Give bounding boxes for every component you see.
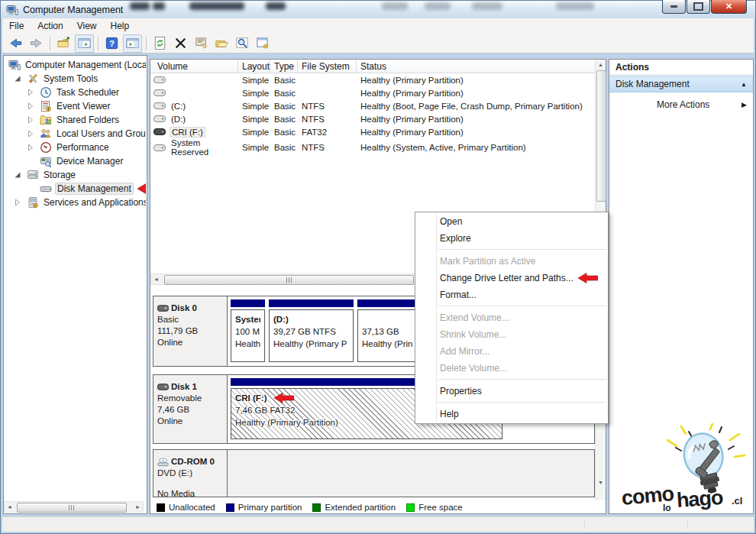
tree-item-task-scheduler[interactable]: Task Scheduler: [4, 86, 146, 99]
tree-expander-icon[interactable]: [27, 89, 40, 96]
menu-file[interactable]: File: [2, 18, 31, 34]
tree-expander-icon[interactable]: [27, 102, 40, 110]
menu-help[interactable]: Help: [104, 18, 137, 34]
drive-icon: [153, 115, 166, 122]
volume-row[interactable]: (D:)SimpleBasicNTFSHealthy (Primary Part…: [150, 112, 606, 125]
scroll-down-icon[interactable]: ▼: [596, 477, 606, 487]
volume-row[interactable]: SimpleBasicHealthy (Primary Partition)1,: [150, 86, 606, 99]
more-actions-item[interactable]: More Actions ▶: [609, 97, 753, 112]
partition-syster[interactable]: Syster100 MHealth: [231, 309, 265, 362]
system-tools-icon: [27, 73, 40, 85]
find-button[interactable]: [233, 34, 252, 53]
context-menu-item-open[interactable]: Open: [415, 213, 608, 230]
tree-expander-icon[interactable]: [27, 144, 40, 151]
scroll-up-icon[interactable]: ▲: [596, 60, 606, 70]
scrollbar-thumb[interactable]: [17, 503, 127, 513]
layout-cell: Simple: [238, 128, 270, 137]
tree-item-device-manager[interactable]: Device Manager: [4, 154, 146, 168]
context-menu-item-label: Explore: [440, 230, 471, 247]
properties-button[interactable]: [192, 34, 211, 53]
tree-item-storage[interactable]: Storage: [4, 168, 146, 182]
volume-cell: System Reserved: [150, 138, 238, 157]
partition-name-text: Syster: [235, 313, 260, 325]
scroll-right-icon[interactable]: ►: [133, 502, 143, 512]
tree-expander-icon[interactable]: [27, 130, 40, 138]
delete-button[interactable]: [171, 34, 190, 53]
console-tree-toggle-button[interactable]: [75, 34, 94, 53]
menu-view[interactable]: View: [70, 18, 104, 34]
tree-item-local-users-and-groups[interactable]: Local Users and Groups: [4, 127, 146, 141]
volume-row[interactable]: System ReservedSimpleBasicNTFSHealthy (S…: [150, 138, 606, 151]
thumb-grip-icon: [69, 505, 75, 510]
tree-item-performance[interactable]: Performance: [4, 141, 146, 154]
context-menu-item-change-drive-letter-and-paths[interactable]: Change Drive Letter and Paths...: [415, 270, 608, 286]
volume-row[interactable]: (C:)SimpleBasicNTFSHealthy (Boot, Page F…: [150, 99, 606, 112]
export-list-button[interactable]: [54, 34, 73, 53]
context-menu-item-properties[interactable]: Properties: [415, 383, 608, 400]
collapse-caret-icon[interactable]: ▲: [741, 81, 747, 88]
forward-button[interactable]: [27, 34, 46, 53]
disk-label[interactable]: CD-ROM 0DVD (E:)No Media: [153, 450, 228, 497]
tree-item-event-viewer[interactable]: Event Viewer: [4, 99, 146, 113]
tree-expander-icon[interactable]: [14, 75, 27, 83]
open-folder-button[interactable]: [212, 34, 231, 53]
partition-area: [228, 450, 594, 497]
column-header-status[interactable]: Status: [357, 60, 596, 73]
layout-cell: Simple: [238, 115, 270, 124]
file-system-cell: NTFS: [298, 143, 357, 152]
action-pane-toggle-button[interactable]: [123, 34, 142, 53]
volume-row[interactable]: SimpleBasicHealthy (Primary Partition)37: [150, 73, 606, 86]
volume-row[interactable]: CRI (F:)SimpleBasicFAT32Healthy (Primary…: [150, 125, 606, 138]
disk-label[interactable]: Disk 0Basic111,79 GBOnline: [153, 296, 228, 366]
toolbar-divider: [50, 37, 50, 50]
console-tree: Computer Management (LocalSystem ToolsTa…: [4, 58, 146, 209]
tree-item-system-tools[interactable]: System Tools: [4, 72, 146, 86]
scrollbar-thumb[interactable]: [596, 70, 606, 202]
context-menu-item-label: Shrink Volume...: [440, 326, 506, 343]
disk-label[interactable]: Disk 1Removable7,46 GBOnline: [153, 375, 228, 443]
actions-panel-title: Actions: [609, 60, 753, 75]
column-header-type[interactable]: Type: [270, 60, 298, 73]
disk-name-text: CD-ROM 0: [171, 456, 215, 468]
column-header-volume[interactable]: Volume: [150, 60, 238, 73]
tree-horizontal-scrollbar[interactable]: ◄ ►: [4, 501, 144, 513]
scrollbar-thumb[interactable]: [164, 275, 414, 285]
tree-expander-icon[interactable]: [14, 171, 27, 179]
drive-icon: [153, 102, 166, 109]
tree-expander-icon[interactable]: [14, 199, 27, 206]
column-header-file-system[interactable]: File System: [298, 60, 357, 73]
context-menu-item-format[interactable]: Format...: [415, 286, 608, 303]
back-button[interactable]: [6, 34, 25, 53]
tree-item-services-and-applications[interactable]: Services and Applications: [4, 196, 146, 209]
red-arrow-icon: [137, 183, 146, 194]
new-taskpad-button[interactable]: [254, 34, 273, 53]
tree-item-computer-management-local[interactable]: Computer Management (Local: [4, 58, 146, 72]
context-menu-item-explore[interactable]: Explore: [415, 230, 608, 247]
censored-text: [425, 2, 451, 10]
minimize-button[interactable]: [662, 0, 686, 14]
column-header-layout[interactable]: Layout: [238, 60, 270, 73]
event-viewer-icon: [40, 100, 53, 112]
volume-cell: (D:): [150, 115, 238, 124]
scroll-left-icon[interactable]: ◄: [151, 274, 161, 284]
tree-expander-icon[interactable]: [27, 116, 40, 124]
legend-color-chip: [406, 503, 415, 512]
context-menu-item-delete-volume: Delete Volume...: [415, 360, 608, 377]
tree-item-shared-folders[interactable]: Shared Folders: [4, 113, 146, 127]
partition-d[interactable]: (D:)39,27 GB NTFSHealthy (Primary P: [269, 309, 354, 362]
refresh-button[interactable]: [150, 34, 170, 53]
window-controls: ✕: [661, 0, 747, 14]
tree-item-disk-management[interactable]: Disk Management: [4, 182, 146, 196]
shared-folders-icon: [40, 114, 53, 126]
scroll-left-icon[interactable]: ◄: [5, 502, 15, 512]
volume-cell: CRI (F:): [150, 127, 238, 138]
actions-disk-management-header[interactable]: Disk Management ▲: [609, 76, 753, 92]
context-menu-item-help[interactable]: Help: [415, 406, 608, 422]
help-button[interactable]: ?: [102, 34, 121, 53]
maximize-button[interactable]: [687, 0, 710, 14]
partition-color-bar: [231, 299, 265, 307]
menu-action[interactable]: Action: [31, 18, 69, 34]
tree-item-label: Storage: [42, 170, 77, 180]
close-button[interactable]: ✕: [711, 0, 747, 14]
context-menu-item-extend-volume: Extend Volume...: [415, 309, 608, 326]
